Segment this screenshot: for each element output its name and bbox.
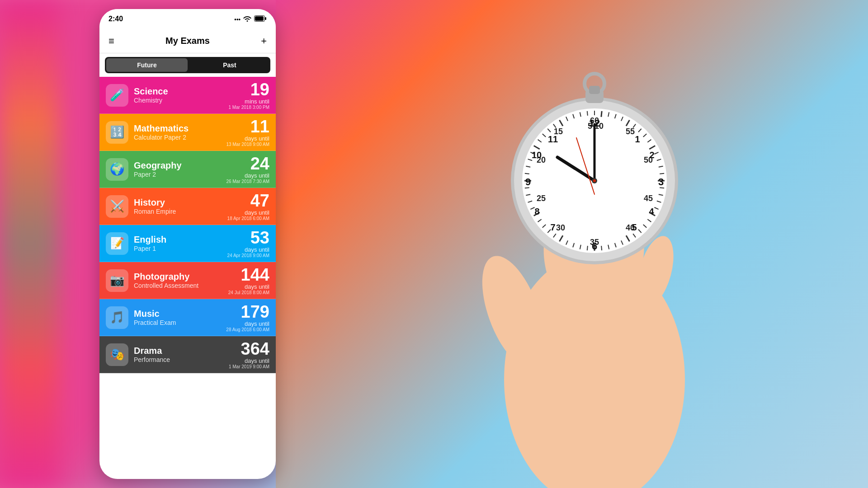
svg-text:55: 55: [626, 127, 635, 136]
svg-line-59: [525, 188, 529, 188]
svg-text:25: 25: [537, 194, 546, 203]
countdown-number: 364: [229, 340, 269, 357]
svg-text:30: 30: [556, 223, 565, 232]
svg-text:1: 1: [635, 134, 640, 144]
exam-countdown: 144 days until 24 Jul 2018 8:00 AM: [228, 266, 269, 295]
photo-area: 60 55 50 45 40 35 30 25 20 15 5 10 12 3 …: [276, 0, 868, 488]
exam-detail: Calculator Paper 2: [134, 134, 226, 141]
exam-detail: Practical Exam: [134, 319, 226, 326]
exam-info: History Roman Empire: [128, 197, 227, 215]
svg-line-46: [587, 246, 588, 250]
countdown-date: 1 Mar 2018 3:00 PM: [228, 105, 269, 110]
exam-list-item[interactable]: 🔢 Mathematics Calculator Paper 2 11 days…: [99, 114, 276, 151]
countdown-number: 53: [227, 229, 269, 246]
exam-detail: Controlled Assessment: [134, 282, 228, 289]
countdown-label: days until: [226, 172, 269, 179]
exam-icon: 📷: [106, 269, 128, 292]
exam-subject: Geography: [134, 160, 226, 171]
exam-icon: 📝: [106, 232, 128, 255]
svg-text:2: 2: [649, 150, 654, 160]
exam-info: Geography Paper 2: [128, 160, 226, 178]
status-icons: •••: [234, 15, 267, 23]
app-title: My Exams: [165, 36, 210, 46]
svg-line-74: [587, 111, 588, 116]
menu-button[interactable]: ≡: [108, 35, 114, 47]
svg-text:10: 10: [532, 150, 542, 160]
exam-subject: English: [134, 235, 227, 245]
exam-icon: 🌍: [106, 158, 128, 181]
countdown-date: 24 Apr 2018 9:00 AM: [227, 253, 269, 258]
exam-info: Science Chemistry: [128, 86, 228, 104]
stopwatch-illustration: 60 55 50 45 40 35 30 25 20 15 5 10 12 3 …: [436, 41, 708, 447]
exam-countdown: 19 mins until 1 Mar 2018 3:00 PM: [228, 81, 269, 110]
countdown-date: 13 Mar 2018 9:00 AM: [226, 142, 269, 147]
wifi-icon: [243, 15, 251, 23]
svg-text:4: 4: [649, 206, 654, 216]
countdown-label: days until: [227, 246, 269, 253]
svg-rect-2: [265, 17, 266, 20]
svg-text:45: 45: [644, 194, 653, 203]
svg-text:7: 7: [550, 222, 555, 232]
exam-info: English Paper 1: [128, 235, 227, 252]
exam-info: Photography Controlled Assessment: [128, 272, 228, 289]
countdown-number: 47: [227, 192, 269, 209]
exam-icon: ⚔️: [106, 195, 128, 218]
exam-countdown: 11 days until 13 Mar 2018 9:00 AM: [226, 118, 269, 147]
svg-text:9: 9: [525, 176, 531, 188]
exam-subject: Drama: [134, 346, 229, 356]
exam-countdown: 24 days until 26 Mar 2018 7:30 AM: [226, 155, 269, 184]
svg-text:6: 6: [592, 240, 597, 252]
countdown-label: days until: [228, 283, 269, 290]
countdown-number: 144: [228, 266, 269, 283]
svg-text:11: 11: [548, 134, 558, 144]
exam-subject: Science: [134, 86, 228, 97]
segment-control: Future Past: [105, 57, 270, 73]
countdown-label: days until: [226, 135, 269, 142]
countdown-date: 26 Mar 2018 7:30 AM: [226, 179, 269, 184]
exam-icon: 🔢: [106, 121, 128, 144]
svg-text:5: 5: [632, 222, 637, 232]
exam-detail: Chemistry: [134, 97, 228, 104]
exam-icon: 🎭: [106, 343, 128, 366]
phone-container: 2:40 ••• ≡ My Exams + Future: [99, 9, 276, 479]
countdown-label: mins until: [228, 98, 269, 105]
status-bar: 2:40 •••: [99, 9, 276, 29]
segment-past[interactable]: Past: [189, 57, 270, 73]
svg-point-103: [593, 179, 596, 182]
svg-rect-13: [589, 86, 600, 94]
exam-info: Music Practical Exam: [128, 309, 226, 326]
exam-list-item[interactable]: 🧪 Science Chemistry 19 mins until 1 Mar …: [99, 77, 276, 114]
exam-icon: 🎵: [106, 306, 128, 329]
exam-info: Mathematics Calculator Paper 2: [128, 123, 226, 141]
segment-future[interactable]: Future: [106, 58, 188, 72]
exam-list-item[interactable]: ⚔️ History Roman Empire 47 days until 18…: [99, 188, 276, 225]
exam-countdown: 47 days until 18 Apr 2018 6:00 AM: [227, 192, 269, 221]
exam-list-item[interactable]: 🎭 Drama Performance 364 days until 1 Mar…: [99, 336, 276, 373]
exam-list-item[interactable]: 🎵 Music Practical Exam 179 days until 28…: [99, 299, 276, 336]
exam-list-item[interactable]: 🌍 Geography Paper 2 24 days until 26 Mar…: [99, 151, 276, 188]
countdown-number: 19: [228, 81, 269, 98]
exam-list-item[interactable]: 📝 English Paper 1 53 days until 24 Apr 2…: [99, 225, 276, 262]
svg-rect-1: [255, 16, 264, 21]
exam-detail: Paper 1: [134, 245, 227, 252]
exam-subject: Mathematics: [134, 123, 226, 134]
countdown-label: days until: [229, 357, 269, 364]
exam-list-item[interactable]: 📷 Photography Controlled Assessment 144 …: [99, 262, 276, 299]
countdown-date: 1 Mar 2019 9:00 AM: [229, 364, 269, 369]
countdown-label: days until: [227, 209, 269, 216]
battery-icon: [254, 15, 267, 23]
exam-detail: Paper 2: [134, 171, 226, 178]
svg-line-44: [601, 246, 602, 250]
svg-text:3: 3: [658, 176, 664, 188]
exam-countdown: 53 days until 24 Apr 2018 9:00 AM: [227, 229, 269, 258]
countdown-number: 24: [226, 155, 269, 172]
countdown-number: 179: [226, 303, 269, 320]
add-exam-button[interactable]: +: [261, 35, 267, 47]
svg-line-61: [525, 174, 529, 174]
exam-countdown: 179 days until 28 Aug 2018 6:00 AM: [226, 303, 269, 332]
exam-subject: Music: [134, 309, 226, 319]
countdown-date: 18 Apr 2018 6:00 AM: [227, 216, 269, 221]
exam-detail: Roman Empire: [134, 208, 227, 215]
svg-line-29: [660, 174, 664, 174]
signal-icon: •••: [234, 16, 241, 23]
